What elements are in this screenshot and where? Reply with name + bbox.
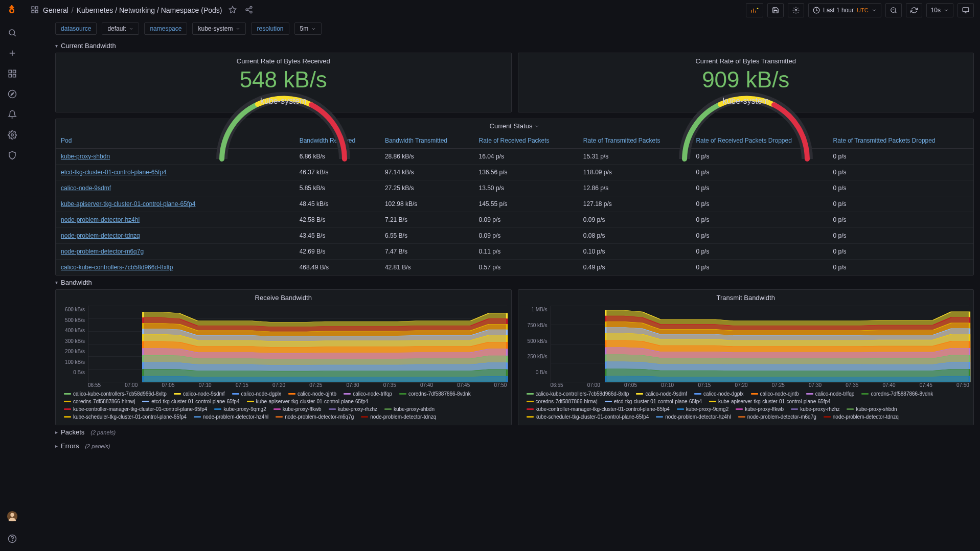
panel-rxGraph[interactable]: Receive Bandwidth 600 kB/s500 kB/s400 kB… — [55, 289, 512, 425]
datasource-dropdown[interactable]: default — [102, 22, 139, 35]
pod-link[interactable]: node-problem-detector-hz4hl — [56, 212, 294, 228]
table-row[interactable]: etcd-tkg-cluster-01-control-plane-65fp4 … — [56, 165, 973, 180]
legend-item[interactable]: node-problem-detector-m6q7g — [738, 414, 816, 420]
legend-item[interactable]: node-problem-detector-hz4hl — [194, 414, 268, 420]
legend-item[interactable]: kube-apiserver-tkg-cluster-01-control-pl… — [247, 399, 369, 404]
table-row[interactable]: node-problem-detector-tdnzq 43.45 B/s 6.… — [56, 228, 973, 244]
legend-item[interactable]: coredns-7df5887866-8vdnk — [399, 391, 471, 397]
legend-item[interactable]: node-problem-detector-hz4hl — [656, 414, 731, 420]
legend-item[interactable]: calico-node-qjntb — [751, 391, 799, 397]
panel-current-status[interactable]: Current Status Pod Bandwidth Received Ba… — [55, 119, 974, 276]
table-row[interactable]: node-problem-detector-hz4hl 42.58 B/s 7.… — [56, 212, 973, 228]
table-row[interactable]: calico-kube-controllers-7cb58d966d-8xltp… — [56, 260, 973, 276]
shield-icon[interactable] — [6, 149, 18, 162]
panel-txGraph[interactable]: Transmit Bandwidth 1 MB/s750 kB/s500 kB/… — [518, 289, 974, 425]
legend-item[interactable]: kube-scheduler-tkg-cluster-01-control-pl… — [64, 414, 187, 420]
panel-gauge-tx[interactable]: Current Rate of Bytes Transmitted 909 kB… — [518, 53, 974, 112]
plot-area[interactable] — [551, 306, 970, 382]
row-header-packets[interactable]: ▸ Packets (2 panels) — [55, 425, 974, 439]
legend-item[interactable]: kube-proxy-rhzhz — [791, 406, 839, 412]
legend-item[interactable]: kube-apiserver-tkg-cluster-01-control-pl… — [709, 399, 831, 404]
avatar[interactable] — [6, 510, 18, 522]
legend-item[interactable]: calico-kube-controllers-7cb58d966d-8xltp — [64, 391, 167, 397]
pod-link[interactable]: calico-node-9sdmf — [56, 180, 294, 196]
save-button[interactable] — [767, 3, 784, 17]
pod-link[interactable]: calico-kube-controllers-7cb58d966d-8xltp — [56, 260, 294, 276]
kiosk-button[interactable] — [958, 3, 974, 17]
col-bwtx[interactable]: Bandwidth Transmitted — [380, 133, 474, 149]
table-row[interactable]: kube-apiserver-tkg-cluster-01-control-pl… — [56, 196, 973, 212]
col-pktrx[interactable]: Rate of Received Packets — [474, 133, 578, 149]
plus-icon[interactable] — [6, 47, 18, 59]
y-axis: 600 kB/s500 kB/s400 kB/s300 kB/s200 kB/s… — [60, 306, 88, 382]
legend-item[interactable]: kube-proxy-shbdn — [384, 406, 435, 412]
plot-area[interactable] — [88, 306, 507, 382]
legend-item[interactable]: calico-kube-controllers-7cb58d966d-8xltp — [527, 391, 629, 397]
row-header-bandwidth[interactable]: ▾ Bandwidth — [55, 276, 974, 289]
legend-item[interactable]: calico-node-trlfqp — [806, 391, 855, 397]
cell: 48.45 kB/s — [294, 196, 380, 212]
pod-link[interactable]: kube-apiserver-tkg-cluster-01-control-pl… — [56, 196, 294, 212]
add-panel-button[interactable] — [746, 3, 763, 17]
refresh-button[interactable] — [906, 3, 922, 17]
legend-item[interactable]: node-problem-detector-m6q7g — [276, 414, 354, 420]
pod-link[interactable]: node-problem-detector-m6q7g — [56, 244, 294, 260]
refresh-interval-picker[interactable]: 10s — [926, 3, 953, 17]
breadcrumb-root[interactable]: General — [43, 6, 69, 14]
legend-item[interactable]: coredns-7df5887866-hlrnwj — [527, 399, 598, 404]
share-icon[interactable] — [243, 4, 255, 17]
legend-item[interactable]: kube-scheduler-tkg-cluster-01-control-pl… — [527, 414, 649, 420]
legend-item[interactable]: etcd-tkg-cluster-01-control-plane-65fp4 — [142, 399, 239, 404]
explore-icon[interactable] — [6, 88, 18, 100]
legend-item[interactable]: kube-controller-manager-tkg-cluster-01-c… — [64, 406, 207, 412]
breadcrumb-path[interactable]: Kubernetes / Networking / Namespace (Pod… — [77, 6, 222, 14]
legend-item[interactable]: calico-node-dgplx — [232, 391, 281, 397]
panel-title: Transmit Bandwidth — [518, 290, 974, 304]
legend-item[interactable]: kube-proxy-9qmg2 — [214, 406, 266, 412]
legend-item[interactable]: calico-node-9sdmf — [636, 391, 687, 397]
legend-item[interactable]: calico-node-qjntb — [288, 391, 336, 397]
breadcrumb: General / Kubernetes / Networking / Name… — [43, 6, 222, 14]
alerting-icon[interactable] — [6, 108, 18, 121]
legend-item[interactable]: node-problem-detector-tdnzq — [361, 414, 436, 420]
help-icon[interactable] — [6, 533, 18, 545]
table-row[interactable]: kube-proxy-shbdn 6.86 kB/s 28.86 kB/s 16… — [56, 149, 973, 165]
datasource-label-chip[interactable]: datasource — [55, 22, 97, 35]
legend-item[interactable]: kube-controller-manager-tkg-cluster-01-c… — [527, 406, 670, 412]
cell: 97.14 kB/s — [380, 165, 474, 180]
legend-item[interactable]: kube-proxy-rhzhz — [329, 406, 377, 412]
settings-button[interactable] — [788, 3, 804, 17]
pod-link[interactable]: etcd-tkg-cluster-01-control-plane-65fp4 — [56, 165, 294, 180]
legend-item[interactable]: coredns-7df5887866-8vdnk — [861, 391, 933, 397]
legend-item[interactable]: kube-proxy-ffkwb — [274, 406, 322, 412]
resolution-dropdown[interactable]: 5m — [294, 22, 322, 35]
namespace-label-chip[interactable]: namespace — [144, 22, 187, 35]
table-row[interactable]: calico-node-9sdmf 5.85 kB/s 27.25 kB/s 1… — [56, 180, 973, 196]
legend-item[interactable]: etcd-tkg-cluster-01-control-plane-65fp4 — [605, 399, 702, 404]
legend-item[interactable]: node-problem-detector-tdnzq — [824, 414, 899, 420]
svg-rect-13 — [35, 7, 38, 9]
search-icon[interactable] — [6, 27, 18, 39]
gear-icon[interactable] — [6, 129, 18, 141]
legend-item[interactable]: calico-node-trlfqp — [344, 391, 392, 397]
col-droptx[interactable]: Rate of Transmitted Packets Dropped — [828, 133, 973, 149]
svg-point-20 — [795, 9, 797, 11]
legend-item[interactable]: calico-node-dgplx — [694, 391, 743, 397]
legend-item[interactable]: calico-node-9sdmf — [174, 391, 225, 397]
legend-item[interactable]: kube-proxy-shbdn — [847, 406, 897, 412]
panel-gauge-rx[interactable]: Current Rate of Bytes Received 548 kB/s … — [55, 53, 512, 112]
legend-item[interactable]: coredns-7df5887866-hlrnwj — [64, 399, 135, 404]
star-icon[interactable] — [226, 4, 239, 17]
row-header-current-bandwidth[interactable]: ▾ Current Bandwidth — [55, 39, 974, 53]
resolution-label-chip[interactable]: resolution — [251, 22, 289, 35]
pod-link[interactable]: node-problem-detector-tdnzq — [56, 228, 294, 244]
dashboards-icon[interactable] — [6, 67, 18, 80]
namespace-dropdown[interactable]: kube-system — [192, 22, 246, 35]
zoom-out-button[interactable] — [885, 3, 902, 17]
legend-item[interactable]: kube-proxy-ffkwb — [736, 406, 784, 412]
legend-item[interactable]: kube-proxy-9qmg2 — [677, 406, 728, 412]
row-header-errors[interactable]: ▸ Errors (2 panels) — [55, 439, 974, 453]
time-range-picker[interactable]: Last 1 hour UTC — [808, 3, 881, 17]
grafana-logo[interactable] — [5, 4, 19, 18]
table-row[interactable]: node-problem-detector-m6q7g 42.69 B/s 7.… — [56, 244, 973, 260]
